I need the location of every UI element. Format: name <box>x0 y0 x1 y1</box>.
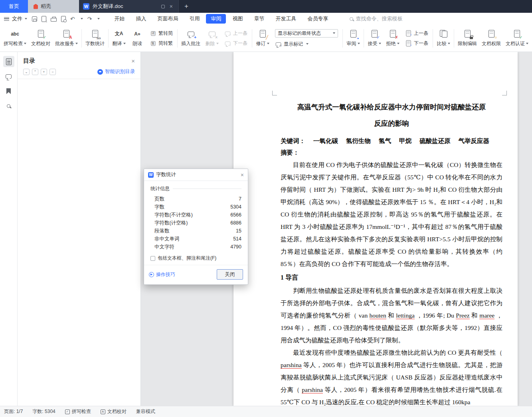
toc-expand-button[interactable]: ⌃ <box>32 69 38 75</box>
toc-close-icon[interactable]: × <box>131 58 135 64</box>
body-paragraph: 判断用生物硫酸盐还原处理有机质含量低的废水是否划算在很大程度上取决于所选择的外部… <box>281 284 502 346</box>
dialog-close-icon[interactable]: × <box>241 172 244 178</box>
ribbon-read-aloud-label: 朗读 <box>133 40 142 47</box>
ribbon-review-pane-button[interactable]: ●审阅 <box>345 26 361 50</box>
preview-icon[interactable] <box>61 16 66 22</box>
ribbon-button-stack: ↑上一条↓下一条 <box>222 30 249 47</box>
word-count-dialog: W 字数统计 × 统计信息 页数7字数5304字符数(不计空格)6566字符数(… <box>144 169 248 285</box>
menu-tab-review[interactable]: 审阅 <box>206 14 226 24</box>
doc-proofread-icon: ✓ <box>36 30 45 38</box>
wordcount-row-label: 页数 <box>154 195 164 203</box>
ribbon-doc-proofread-button[interactable]: ✓文档校对 <box>30 26 51 50</box>
ribbon-translate-button[interactable]: 文A翻译 <box>111 26 127 50</box>
wordcount-row-label: 字符数(不计空格) <box>154 211 193 219</box>
ribbon-prev-change-button[interactable]: ↑上一条 <box>405 30 428 37</box>
wordcount-row: 段落数15 <box>150 227 241 235</box>
menu-tab-references[interactable]: 引用 <box>184 14 204 24</box>
ribbon-compare-button[interactable]: 比较 <box>435 26 451 50</box>
simp-to-trad-icon: 繁 <box>150 41 156 46</box>
misspelled-word: maree <box>479 312 494 319</box>
docer-tab[interactable]: 稻壳 <box>28 0 79 13</box>
ribbon-spellcheck-button[interactable]: abc拼写检查 <box>2 26 28 50</box>
ribbon-doc-permission-button[interactable]: ○文档权限 <box>481 26 502 50</box>
docer-tab-label: 稻壳 <box>41 3 51 10</box>
home-tab[interactable]: 首页 <box>0 0 28 13</box>
bookmark-pane-button[interactable] <box>3 85 14 97</box>
ribbon-read-aloud-button[interactable]: A»朗读 <box>129 26 145 50</box>
tips-link[interactable]: ▶ 操作技巧 <box>149 271 175 278</box>
dropdown-caret-icon <box>81 18 83 20</box>
menu-tab-insert[interactable]: 插入 <box>131 14 151 24</box>
ribbon-track-changes-button[interactable]: ╱修订 <box>255 26 271 50</box>
pin-tab-icon[interactable] <box>161 5 165 8</box>
keyword: 甲烷 <box>399 137 411 145</box>
ribbon-doc-certify-button[interactable]: ✓文档认证 <box>504 26 530 50</box>
text-run: 和 <box>470 312 480 319</box>
wordcount-row-value: 4790 <box>230 243 241 251</box>
toc-add-button[interactable]: + <box>41 69 47 75</box>
menu-tab-page-layout[interactable]: 页面布局 <box>152 14 183 24</box>
new-tab-button[interactable]: + <box>179 0 194 13</box>
text-run: ，1996 年; Du <box>415 312 456 319</box>
document-tab[interactable]: W 外文翻译.doc × <box>79 0 179 13</box>
redo-icon[interactable]: ↷ <box>87 16 92 22</box>
ribbon-restrict-editing-button[interactable]: 限制编辑 <box>457 26 478 50</box>
ribbon-reject-change-button[interactable]: ✗拒绝 <box>385 26 401 50</box>
smart-toc-button[interactable]: 智能识别目录 <box>97 68 135 75</box>
doc-permission-icon: ○ <box>487 30 496 38</box>
close-button[interactable]: 关闭 <box>217 269 243 280</box>
title-bar: 首页 稻壳 W 外文翻译.doc × + <box>0 0 532 13</box>
hamburger-icon[interactable] <box>4 17 9 21</box>
command-search[interactable]: 查找命令、搜索模板 <box>350 15 402 22</box>
dropdown-caret-icon <box>306 43 309 45</box>
menu-tab-dev-tools[interactable]: 开发工具 <box>271 14 301 24</box>
ribbon-simp-to-trad-button[interactable]: 繁简转繁 <box>150 40 173 47</box>
side-icon-strip <box>0 52 18 406</box>
wordcount-row-value: 5304 <box>230 203 241 211</box>
include-textbox-checkbox[interactable]: 包括文本框、脚注和尾注(F) <box>150 255 241 262</box>
wordcount-row-value: 6566 <box>230 211 241 219</box>
page-indicator[interactable]: 页面: 1/7 <box>4 408 23 415</box>
save-icon[interactable] <box>32 16 37 22</box>
ribbon-trad-to-simp-button[interactable]: 词繁转简 <box>150 30 173 37</box>
menu-tab-section[interactable]: 章节 <box>249 14 269 24</box>
menu-tab-view[interactable]: 视图 <box>227 14 247 24</box>
compat-mode-badge[interactable]: 兼容模式 <box>136 408 155 415</box>
find-pane-button[interactable] <box>3 100 14 111</box>
ribbon-delete-comment-label: 删除 <box>206 40 219 47</box>
checkbox-icon[interactable] <box>150 256 155 261</box>
comment-pane-button[interactable] <box>3 71 14 82</box>
tips-label: 操作技巧 <box>156 271 175 278</box>
wordcount-row: 字数5304 <box>150 203 241 211</box>
dialog-titlebar[interactable]: W 字数统计 × <box>144 169 248 181</box>
print-icon[interactable] <box>51 18 57 22</box>
statistics-rows: 页数7字数5304字符数(不计空格)6566字符数(计空格)6886段落数15非… <box>150 195 241 251</box>
toc-remove-button[interactable]: − <box>49 69 56 75</box>
proofread-toggle[interactable]: A 文档校对 <box>101 408 127 415</box>
ribbon-prev-change-label: 上一条 <box>414 30 428 37</box>
spellcheck-toggle[interactable]: ✓ 拼写检查 <box>65 408 91 415</box>
next-comment-icon: ↓ <box>225 41 231 46</box>
menu-tab-home[interactable]: 开始 <box>109 14 129 24</box>
restrict-editing-icon <box>463 30 472 38</box>
close-tab-icon[interactable]: × <box>168 3 174 10</box>
ribbon-grading-service-label: 批改服务 <box>55 40 78 47</box>
margin-crop-mark <box>502 91 507 95</box>
menu-tab-member[interactable]: 会员专享 <box>303 14 333 24</box>
ribbon-show-markup-button[interactable]: ≡显示标记 <box>275 41 338 48</box>
ribbon-word-count-button[interactable]: 123字数统计 <box>84 26 106 50</box>
ribbon-grading-service-button[interactable]: A批改服务 <box>54 26 79 50</box>
toc-collapse-button[interactable]: ⌄ <box>23 69 30 75</box>
wordcount-row-value: 514 <box>233 235 241 243</box>
export-icon[interactable] <box>42 16 46 22</box>
ribbon-next-change-button[interactable]: ↓下一条 <box>405 40 428 47</box>
undo-icon[interactable]: ↶ <box>70 16 75 22</box>
toc-pane-button[interactable] <box>3 56 14 67</box>
word-count-indicator[interactable]: 字数: 5304 <box>32 408 55 415</box>
wordcount-row-label: 字数 <box>154 203 164 211</box>
ribbon-insert-comment-button[interactable]: +插入批注 <box>180 26 202 50</box>
ribbon-accept-change-button[interactable]: ✓接受 <box>366 26 382 50</box>
file-menu[interactable]: 文件 <box>12 15 22 22</box>
page[interactable]: 高温气升式一氧化碳补给反应器中水力停留时间对硫酸盐还原 反应的影响 关键词： 一… <box>233 52 518 406</box>
ribbon-markup-state-combo[interactable]: 显示标记的最终状态 <box>275 29 338 38</box>
